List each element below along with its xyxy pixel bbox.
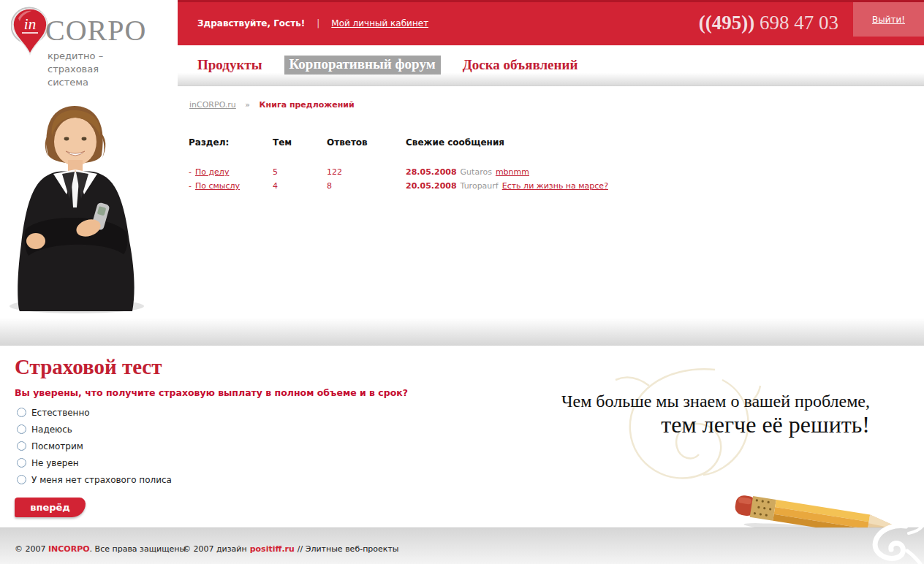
table-row: -По делу 5 122 28.05.2008Gutarosmbnmm <box>189 165 742 179</box>
radio-input[interactable] <box>17 475 26 484</box>
radio-option[interactable]: У меня нет страхового полиса <box>15 471 424 488</box>
radio-input[interactable] <box>17 441 26 451</box>
rights-text: . Все права защищены. <box>90 544 189 554</box>
header-bar: Здравствуйте, Гость! | Мой личный кабине… <box>178 0 924 45</box>
forum-table: Раздел: Тем Ответов Свежие сообщения -По… <box>189 137 742 193</box>
fresh-message-cell: 28.05.2008Gutarosmbnmm <box>406 165 742 179</box>
slogan-line2: тем легче её решить! <box>561 411 870 438</box>
tagline-line: система <box>48 76 103 89</box>
table-row: -По смыслу 4 8 20.05.2008TuropaurfЕсть л… <box>189 179 742 193</box>
tab-corporate-forum[interactable]: Корпоративный форум <box>284 56 441 75</box>
message-author: Gutaros <box>461 167 492 177</box>
replies-count: 8 <box>327 179 406 193</box>
tab-products[interactable]: Продукты <box>197 57 262 73</box>
section-link[interactable]: По делу <box>195 167 229 177</box>
radio-input[interactable] <box>17 408 26 417</box>
logo-pin-text: in <box>24 15 36 33</box>
logo-name: CORPO <box>45 13 146 47</box>
greeting-text: Здравствуйте, Гость! <box>197 18 305 28</box>
message-topic-link[interactable]: Есть ли жизнь на марсе? <box>502 181 608 191</box>
copyright-year: © 2007 <box>15 544 48 554</box>
logo-zone: in CORPO кредитно – страховая система <box>0 0 178 95</box>
radio-option[interactable]: Не уверен <box>15 454 424 471</box>
footer-brand: INCORPO <box>48 544 90 554</box>
copyright-text: © 2007 INCORPO. Все права защищены. <box>15 544 189 554</box>
message-date: 20.05.2008 <box>406 181 457 191</box>
design-copyright: © 2007 дизайн <box>183 544 247 554</box>
footer: © 2007 INCORPO. Все права защищены. © 20… <box>0 527 924 564</box>
topics-count: 4 <box>273 179 327 193</box>
section-link[interactable]: По смыслу <box>195 181 240 191</box>
page: in CORPO кредитно – страховая система Зд… <box>0 0 924 564</box>
phone-number: ((495)) 698 47 03 <box>699 12 838 34</box>
test-question: Вы уверены, что получите страховую выпла… <box>15 387 424 398</box>
logo-tagline: кредитно – страховая система <box>48 50 103 89</box>
message-date: 28.05.2008 <box>406 167 457 177</box>
design-link[interactable]: positiff.ru <box>250 544 295 554</box>
test-options: Естественно Надеюсь Посмотрим Не уверен … <box>15 404 424 488</box>
radio-label: У меня нет страхового полиса <box>31 475 172 485</box>
radio-option[interactable]: Естественно <box>15 404 424 421</box>
column-header-section: Раздел: <box>189 137 273 148</box>
message-topic-link[interactable]: mbnmm <box>496 167 529 177</box>
slogan-line1: Чем больше мы знаем о вашей проблеме, <box>561 392 870 411</box>
businesswoman-photo <box>4 96 146 316</box>
slogan: Чем больше мы знаем о вашей проблеме, те… <box>561 392 870 438</box>
logout-block[interactable]: Выйти! <box>853 2 924 37</box>
row-bullet: - <box>189 167 192 177</box>
insurance-test: Страховой тест Вы уверены, что получите … <box>15 355 424 517</box>
greeting-row: Здравствуйте, Гость! | Мой личный кабине… <box>197 18 428 28</box>
design-credit: © 2007 дизайнpositiff.ru// Элитные веб-п… <box>183 544 399 554</box>
breadcrumb-home-link[interactable]: inCORPO.ru <box>189 100 236 110</box>
footer-swirl-icon <box>865 522 923 564</box>
section-cell: -По делу <box>189 165 273 179</box>
replies-count: 122 <box>327 165 406 179</box>
test-title: Страховой тест <box>15 355 424 379</box>
message-author: Turopaurf <box>461 181 499 191</box>
radio-option[interactable]: Посмотрим <box>15 438 424 454</box>
radio-input[interactable] <box>17 424 26 434</box>
logo-pin-icon: in <box>11 7 49 56</box>
column-header-fresh-messages: Свежие сообщения <box>406 137 742 148</box>
forward-button[interactable]: вперёд <box>15 498 86 517</box>
topics-count: 5 <box>273 165 327 179</box>
forum-header-row: Раздел: Тем Ответов Свежие сообщения <box>189 137 742 148</box>
fresh-message-cell: 20.05.2008TuropaurfЕсть ли жизнь на марс… <box>406 179 742 193</box>
phone-digits: 698 47 03 <box>760 12 838 34</box>
tagline-line: кредитно – <box>48 50 103 63</box>
section-cell: -По смыслу <box>189 179 273 193</box>
breadcrumb-current: Книга предложений <box>260 100 355 110</box>
tab-announcement-board[interactable]: Доска объявлений <box>463 57 578 73</box>
column-header-topics: Тем <box>273 137 327 148</box>
radio-input[interactable] <box>17 458 26 468</box>
design-suffix: // Элитные веб-проекты <box>298 544 399 554</box>
radio-label: Естественно <box>31 408 90 418</box>
phone-area-code: ((495)) <box>699 12 754 34</box>
breadcrumb-separator: » <box>245 100 250 110</box>
column-header-replies: Ответов <box>327 137 406 148</box>
breadcrumb: inCORPO.ru » Книга предложений <box>189 100 355 110</box>
separator-band <box>0 318 924 346</box>
nav-band: Продукты Корпоративный форум Доска объяв… <box>178 45 924 86</box>
radio-option[interactable]: Надеюсь <box>15 421 424 438</box>
radio-label: Посмотрим <box>31 441 83 451</box>
row-bullet: - <box>189 181 192 191</box>
header-divider: | <box>317 18 319 28</box>
tagline-line: страховая <box>48 63 103 76</box>
personal-cabinet-link[interactable]: Мой личный кабинет <box>331 18 428 28</box>
radio-label: Не уверен <box>31 458 79 468</box>
radio-label: Надеюсь <box>31 424 72 435</box>
logout-link[interactable]: Выйти! <box>872 15 905 25</box>
main-nav: Продукты Корпоративный форум Доска объяв… <box>197 56 578 75</box>
